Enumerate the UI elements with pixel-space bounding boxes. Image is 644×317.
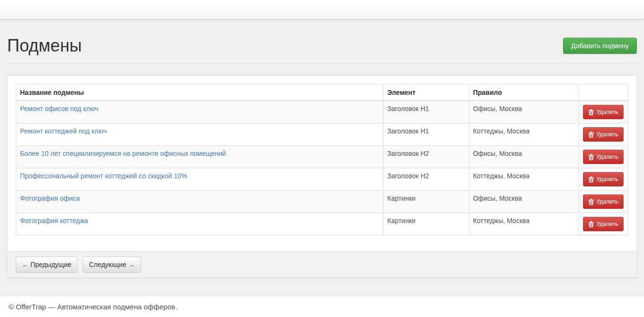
header-element: Элемент [383,84,469,101]
substitution-name-cell: Профессональный ремонт коттеджей со скид… [16,168,383,191]
table-row: Ремонт коттеджей под ключ Заголовок H1 К… [16,123,628,146]
element-cell: Заголовок H2 [383,146,469,168]
delete-button-label: Удалить [596,153,618,161]
substitution-link[interactable]: Ремонт коттеджей под ключ [20,127,107,135]
substitution-link[interactable]: Фотография офиса [20,194,80,202]
actions-cell: Удалить [579,191,628,213]
delete-button[interactable]: Удалить [583,105,624,119]
element-cell: Заголовок H2 [383,168,469,191]
add-substitution-button[interactable]: Добавить подмену [563,38,637,54]
trash-icon [588,132,594,138]
rule-cell: Коттеджы, Москва [469,123,579,146]
footer-text: © OfferTrap — Автоматическая подмена офф… [9,303,177,311]
page-title: Подмены [7,36,82,56]
rule-cell: Коттеджы, Москва [469,213,579,235]
element-cell: Заголовок H1 [383,123,469,146]
table-row: Более 10 лет специализируемся на ремонте… [16,146,628,168]
trash-icon [588,199,594,205]
table-row: Ремонт офисов под ключ Заголовок H1 Офис… [16,101,628,123]
delete-button[interactable]: Удалить [583,194,624,209]
panel-body: Название подмены Элемент Правило Ремонт … [8,76,636,251]
element-cell: Картинки [383,213,469,235]
delete-button[interactable]: Удалить [583,150,624,164]
actions-cell: Удалить [579,101,628,123]
substitution-link[interactable]: Ремонт офисов под ключ [20,105,98,112]
table-row: Фотография коттеджа Картинки Коттеджы, М… [16,213,628,235]
table-body: Ремонт офисов под ключ Заголовок H1 Офис… [16,101,628,235]
header-actions [579,84,628,101]
actions-cell: Удалить [579,146,628,168]
actions-cell: Удалить [579,123,628,146]
trash-icon [588,109,594,115]
substitutions-panel: Название подмены Элемент Правило Ремонт … [7,75,637,278]
delete-button-label: Удалить [596,175,618,184]
table-header-row: Название подмены Элемент Правило [16,84,628,101]
main-container: Подмены Добавить подмену Название подмен… [0,36,644,278]
substitution-name-cell: Фотография коттеджа [16,213,383,235]
header-rule: Правило [469,84,579,101]
rule-cell: Офисы, Москва [469,191,579,213]
trash-icon [588,221,594,227]
substitution-link[interactable]: Фотография коттеджа [20,217,88,225]
page-header: Подмены Добавить подмену [7,36,637,64]
rule-cell: Коттеджы, Москва [469,168,579,191]
actions-cell: Удалить [579,168,628,191]
substitution-link[interactable]: Профессональный ремонт коттеджей со скид… [20,172,187,180]
delete-button[interactable]: Удалить [583,172,624,186]
delete-button-label: Удалить [596,108,618,116]
previous-page-button[interactable]: ← Предыдущие [16,256,78,273]
element-cell: Заголовок H1 [383,101,469,123]
substitution-name-cell: Фотография офиса [16,191,383,213]
delete-button-label: Удалить [596,220,618,228]
rule-cell: Офисы, Москва [469,101,579,123]
substitution-name-cell: Ремонт офисов под ключ [16,101,383,123]
delete-button-label: Удалить [596,130,618,139]
table-row: Фотография офиса Картинки Офисы, Москва … [16,191,628,213]
next-page-button[interactable]: Следующие → [83,256,141,273]
substitution-name-cell: Ремонт коттеджей под ключ [16,123,383,146]
header-substitution-name: Название подмены [16,84,383,101]
rule-cell: Офисы, Москва [469,146,579,168]
trash-icon [588,154,594,160]
trash-icon [588,176,594,183]
substitution-name-cell: Более 10 лет специализируемся на ремонте… [16,146,383,168]
substitutions-table: Название подмены Элемент Правило Ремонт … [16,84,628,235]
site-footer: © OfferTrap — Автоматическая подмена офф… [0,296,644,317]
delete-button[interactable]: Удалить [583,217,624,231]
delete-button-label: Удалить [596,197,618,206]
top-navbar [0,0,644,20]
delete-button[interactable]: Удалить [583,127,624,142]
table-head: Название подмены Элемент Правило [16,84,628,101]
actions-cell: Удалить [579,213,628,235]
pagination-bar: ← Предыдущие Следующие → [8,251,636,277]
element-cell: Картинки [383,191,469,213]
substitution-link[interactable]: Более 10 лет специализируемся на ремонте… [20,150,226,157]
table-row: Профессональный ремонт коттеджей со скид… [16,168,628,191]
